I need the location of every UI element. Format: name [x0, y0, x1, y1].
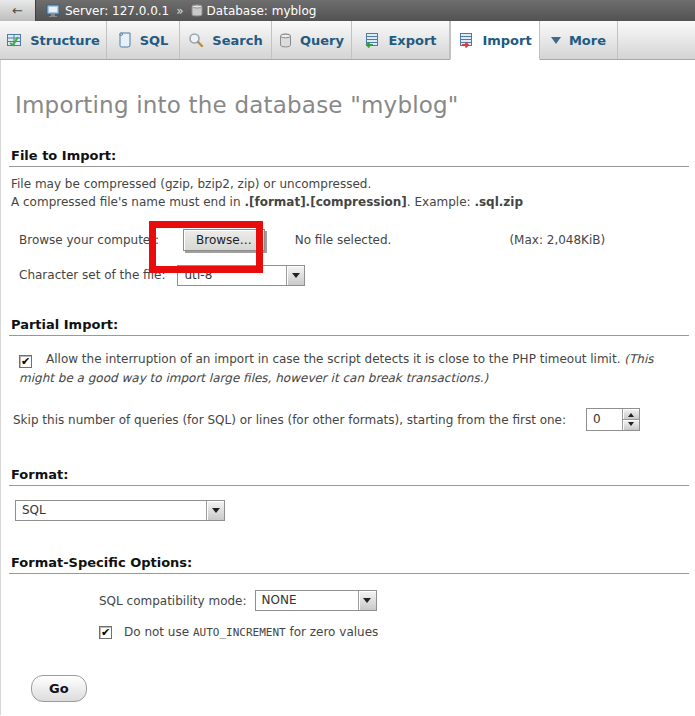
- tab-more[interactable]: More: [540, 21, 618, 59]
- allow-interruption-checkbox[interactable]: ✔: [19, 355, 32, 368]
- sql-compatibility-select[interactable]: NONE: [255, 590, 377, 611]
- export-icon: [364, 32, 380, 48]
- breadcrumb: Server: 127.0.0.1 » Database: myblog: [46, 4, 316, 18]
- auto-increment-row: ✔ Do not use AUTO_INCREMENT for zero val…: [99, 625, 691, 639]
- charset-row: Character set of the file: utf-8: [19, 263, 691, 287]
- auto-increment-checkbox[interactable]: ✔: [99, 626, 112, 639]
- query-icon: [279, 33, 292, 48]
- browse-label: Browse your computer:: [19, 233, 159, 247]
- format-specific-options-heading: Format-Specific Options:: [9, 555, 689, 574]
- skip-queries-label: Skip this number of queries (for SQL) or…: [13, 413, 566, 427]
- tab-import[interactable]: Import: [450, 21, 540, 60]
- breadcrumb-separator: »: [176, 4, 183, 18]
- compression-line1: File may be compressed (gzip, bzip2, zip…: [11, 175, 691, 193]
- tab-bar: Structure SQL Search Query Export Import…: [0, 21, 695, 60]
- breadcrumb-bar: ← Server: 127.0.0.1 » Database: myblog: [0, 0, 695, 21]
- no-file-selected-text: No file selected.: [295, 233, 392, 247]
- skip-queries-row: Skip this number of queries (for SQL) or…: [13, 408, 691, 431]
- back-arrow-icon: ←: [12, 3, 23, 18]
- sql-zip-example: .sql.zip: [474, 195, 523, 209]
- checkmark-icon: ✔: [21, 356, 30, 367]
- compression-note: File may be compressed (gzip, bzip2, zip…: [11, 175, 691, 211]
- sql-icon: [118, 32, 132, 48]
- tab-label: More: [569, 33, 606, 48]
- dropdown-arrow-icon[interactable]: [358, 591, 376, 610]
- tab-search[interactable]: Search: [180, 21, 272, 59]
- sql-compatibility-label: SQL compatibility mode:: [99, 594, 247, 608]
- max-size-note: (Max: 2,048KiB): [509, 233, 605, 247]
- browse-button[interactable]: Browse…: [183, 229, 265, 251]
- search-icon: [188, 32, 204, 48]
- tab-label: SQL: [140, 33, 169, 48]
- tab-label: Export: [388, 33, 436, 48]
- dropdown-arrow-icon[interactable]: [206, 501, 224, 520]
- tab-sql[interactable]: SQL: [107, 21, 180, 59]
- dropdown-arrow-icon[interactable]: [286, 266, 304, 285]
- tab-label: Structure: [30, 33, 100, 48]
- back-button[interactable]: ←: [0, 0, 36, 21]
- database-icon: [191, 4, 203, 17]
- tab-query[interactable]: Query: [272, 21, 352, 59]
- import-icon: [458, 32, 474, 48]
- breadcrumb-server-label: Server: 127.0.0.1: [65, 4, 169, 18]
- stepper-up-button[interactable]: [623, 409, 639, 419]
- tab-structure[interactable]: Structure: [0, 21, 107, 59]
- stepper-down-button[interactable]: [623, 419, 639, 430]
- format-select[interactable]: SQL: [15, 500, 225, 521]
- auto-increment-code: AUTO_INCREMENT: [193, 626, 286, 639]
- tab-label: Query: [300, 33, 344, 48]
- allow-interruption-label: Allow the interruption of an import in c…: [46, 352, 624, 366]
- main-content: Importing into the database "myblog" Fil…: [0, 60, 695, 715]
- file-to-import-heading: File to Import:: [9, 148, 689, 167]
- breadcrumb-server[interactable]: Server: 127.0.0.1: [46, 4, 169, 18]
- chevron-down-icon: [551, 37, 561, 49]
- format-compression-token: .[format].[compression]: [244, 195, 406, 209]
- partial-import-heading: Partial Import:: [9, 317, 689, 336]
- tabbar-filler: [618, 21, 695, 59]
- go-button[interactable]: Go: [31, 675, 87, 702]
- server-icon: [46, 4, 61, 17]
- skip-queries-value: 0: [587, 409, 622, 430]
- charset-selected-value: utf-8: [178, 266, 218, 285]
- breadcrumb-database[interactable]: Database: myblog: [191, 4, 317, 18]
- format-heading: Format:: [9, 467, 689, 486]
- tab-label: Search: [212, 33, 262, 48]
- sql-compatibility-row: SQL compatibility mode: NONE: [99, 590, 691, 611]
- format-selected-value: SQL: [16, 501, 52, 520]
- structure-icon: [6, 32, 22, 48]
- auto-increment-label: Do not use AUTO_INCREMENT for zero value…: [124, 625, 378, 639]
- charset-select[interactable]: utf-8: [177, 265, 305, 286]
- tab-label: Import: [482, 33, 531, 48]
- compression-line2: A compressed file's name must end in .[f…: [11, 193, 691, 211]
- tab-export[interactable]: Export: [352, 21, 450, 59]
- allow-interruption-row: ✔Allow the interruption of an import in …: [19, 350, 691, 388]
- sql-compatibility-value: NONE: [256, 591, 303, 610]
- breadcrumb-database-label: Database: myblog: [207, 4, 317, 18]
- skip-queries-stepper[interactable]: 0: [586, 408, 640, 431]
- checkmark-icon: ✔: [101, 627, 110, 638]
- charset-label: Character set of the file:: [19, 268, 165, 282]
- file-upload-row: Browse your computer: Browse… No file se…: [19, 227, 691, 253]
- page-title: Importing into the database "myblog": [9, 60, 691, 118]
